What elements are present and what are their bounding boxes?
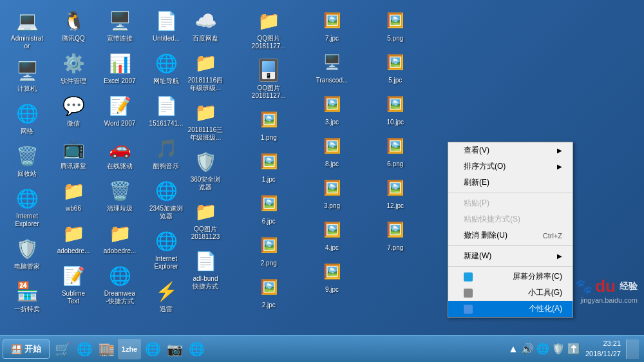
ctx-new-arrow: ▶ <box>557 252 562 260</box>
ctx-gadgets-icon <box>464 289 473 298</box>
clock-date: 2018/11/27 <box>585 349 621 359</box>
clock-time: 23:21 <box>585 339 621 348</box>
icon-sublime[interactable]: 📝 SublimeText <box>52 260 95 308</box>
ctx-gadgets[interactable]: 小工具(G) <box>448 285 573 301</box>
icon-browser2345[interactable]: 🌐 2345加速浏览器 <box>144 175 188 223</box>
icon-xunlei[interactable]: ⚡ 迅雷 <box>144 276 188 316</box>
icon-3jpc[interactable]: 🖼️ 3.jpc <box>310 89 354 129</box>
icon-6jpc[interactable]: 🖼️ 6.jpc <box>247 188 290 228</box>
ctx-sort[interactable]: 排序方式(O) ▶ <box>448 158 573 175</box>
icon-2jpc[interactable]: 🖼️ 2.jpc <box>247 272 290 312</box>
icon-9jpc[interactable]: 🖼️ 9.jpc <box>310 256 354 296</box>
taskbar-jd[interactable]: 🏬 <box>96 339 117 359</box>
baidu-jingyan-label: 经验 <box>620 281 638 292</box>
icon-dianjinguan[interactable]: 🛡️ 电脑管家 <box>5 233 49 273</box>
icon-yizhete[interactable]: 🏪 一折特卖 <box>5 276 49 316</box>
taskbar-globe[interactable]: 🌐 <box>186 339 207 359</box>
icon-6png[interactable]: 🖼️ 6.png <box>374 131 417 171</box>
icon-kuwo[interactable]: 🎵 酷狗音乐 <box>144 133 188 173</box>
taskbar-360[interactable]: 🌐 <box>142 339 163 359</box>
taskbar-camera[interactable]: 📷 <box>164 339 185 359</box>
icon-2png[interactable]: 🖼️ 2.png <box>247 230 290 270</box>
icon-recycle[interactable]: 🗑️ 回收站 <box>5 140 49 180</box>
ctx-view[interactable]: 查看(V) ▶ <box>448 142 573 158</box>
ctx-paste[interactable]: 粘贴(P) <box>448 195 573 211</box>
baidu-paw: 🐾 <box>575 278 592 295</box>
ctx-sort-arrow: ▶ <box>557 163 562 170</box>
ctx-paste-shortcut[interactable]: 粘贴快捷方式(S) <box>448 211 573 227</box>
icon-4jpc[interactable]: 🖼️ 4.jpc <box>310 214 354 254</box>
taskbar-taobao[interactable]: 🛒 <box>52 339 73 359</box>
ctx-personalize-icon <box>464 305 473 314</box>
icon-qqphotos-123[interactable]: 📁 QQ图片20181123 <box>184 196 227 243</box>
ctx-refresh[interactable]: 刷新(E) <box>448 175 573 191</box>
icon-qqclass[interactable]: 📺 腾讯课堂 <box>52 133 95 173</box>
icon-img-1jpg[interactable]: 🖼️ 1.png <box>247 104 290 144</box>
icon-folder3grade[interactable]: 📁 20181116三年级班级... <box>184 97 227 144</box>
ctx-sep2 <box>448 245 573 246</box>
icon-softmgr[interactable]: ⚙️ 软件管理 <box>52 48 95 88</box>
tray-speaker[interactable]: 🔊 <box>521 343 534 355</box>
icon-ie3[interactable]: 🌐 InternetExplorer <box>144 225 188 273</box>
icon-word2007[interactable]: 📝 Word 2007 <box>98 90 142 130</box>
start-label: 开始 <box>24 343 41 355</box>
ctx-undo-delete[interactable]: 撤消 删除(U) Ctrl+Z <box>448 227 573 243</box>
tray-network[interactable]: 🌐 <box>536 343 549 355</box>
icon-12jpc[interactable]: 🖼️ 12.jpc <box>374 173 417 213</box>
icon-folder4grade[interactable]: 📁 20181116四年级班级... <box>184 47 227 95</box>
icon-7jpc[interactable]: 🖼️ 7.jpc <box>310 5 354 45</box>
icon-untitled[interactable]: 📄 Untitled... <box>144 5 188 45</box>
ctx-new[interactable]: 新建(W) ▶ <box>448 248 573 264</box>
desktop-icons-left: 💻 Administrator 🖥️ 计算机 🌐 网络 🗑️ 回收站 🌐 Int… <box>5 5 185 334</box>
icon-3png[interactable]: 🖼️ 3.png <box>310 173 354 213</box>
icon-adobedre1[interactable]: 📁 adobedre... <box>52 218 95 258</box>
icon-wechat[interactable]: 💬 微信 <box>52 90 95 130</box>
icon-qq[interactable]: 🐧 腾讯QQ <box>52 5 95 45</box>
tray-arrow[interactable]: ▲ <box>508 343 518 355</box>
system-tray: ▲ 🔊 🌐 🛡️ ⬆️ <box>508 343 580 355</box>
ctx-sep3 <box>448 266 573 267</box>
icon-shortcut-adl[interactable]: 📄 adl-bund快捷方式 <box>184 245 227 293</box>
icon-qqphotos3[interactable]: 📁 QQ图片20181127... <box>247 5 290 53</box>
icon-online-drive[interactable]: 🚗 在线驱动 <box>98 133 142 173</box>
taskbar-1zhe[interactable]: 1zhe <box>118 339 141 359</box>
icon-ie[interactable]: 🌐 InternetExplorer <box>5 183 49 231</box>
taskbar: 🪟 开始 🛒 🌐 🏬 1zhe 🌐 📷 🌐 ▲ 🔊 🌐 🛡️ ⬆️ 23:21 … <box>0 335 644 362</box>
taskbar-quick-launch: 🛒 🌐 🏬 1zhe 🌐 📷 🌐 <box>52 339 207 359</box>
icon-5jpc[interactable]: 🖼️ 5.jpc <box>374 47 417 87</box>
icon-dreamweaver[interactable]: 🌐 Dreamwea-快捷方式 <box>98 260 142 308</box>
icon-ienav[interactable]: 🌐 网址导航 <box>144 48 188 88</box>
taskbar-ie[interactable]: 🌐 <box>74 339 95 359</box>
desktop: 💻 Administrator 🖥️ 计算机 🌐 网络 🗑️ 回收站 🌐 Int… <box>0 0 644 335</box>
icon-security360[interactable]: 🛡️ 360安全浏览器 <box>184 146 227 194</box>
icon-10jpc[interactable]: 🖼️ 10.jpc <box>374 89 417 129</box>
ctx-sep1 <box>448 193 573 193</box>
tray-update[interactable]: ⬆️ <box>567 343 580 355</box>
ctx-screen-icon <box>464 272 473 281</box>
icon-computer[interactable]: 🖥️ 计算机 <box>5 55 49 95</box>
clock: 23:21 2018/11/27 <box>585 339 621 359</box>
show-desktop-button[interactable] <box>626 339 639 359</box>
icon-transcode[interactable]: 🖥️ Transcod... <box>310 47 354 87</box>
icon-wb66[interactable]: 📁 wb66 <box>52 175 95 215</box>
start-button[interactable]: 🪟 开始 <box>3 339 50 359</box>
icon-broadband[interactable]: 🖥️ 宽带连接 <box>98 5 142 45</box>
icon-7png[interactable]: 🖼️ 7.png <box>374 214 417 254</box>
icon-8jpc[interactable]: 🖼️ 8.jpc <box>310 131 354 171</box>
ctx-personalize[interactable]: 个性化(A) <box>448 301 573 317</box>
icon-num15[interactable]: 📄 15161741... <box>144 90 188 130</box>
icon-trash2[interactable]: 🗑️ 清理垃圾 <box>98 175 142 215</box>
ctx-screen-resolution[interactable]: 屏幕分辨率(C) <box>448 269 573 285</box>
icon-1jpc[interactable]: 🖼️ 1.jpc <box>247 146 290 186</box>
icon-excel2007[interactable]: 📊 Excel 2007 <box>98 48 142 88</box>
icon-administrator[interactable]: 💻 Administrator <box>5 5 49 53</box>
tray-shield[interactable]: 🛡️ <box>552 343 565 355</box>
icon-qqphotos-top[interactable]: 📱 QQ图片20181127... <box>247 55 290 102</box>
ctx-view-arrow: ▶ <box>557 147 562 154</box>
context-menu: 查看(V) ▶ 排序方式(O) ▶ 刷新(E) 粘贴(P) 粘贴快捷方式(S) … <box>448 142 573 318</box>
icon-5png[interactable]: 🖼️ 5.png <box>374 5 417 45</box>
icon-network[interactable]: 🌐 网络 <box>5 98 49 138</box>
icon-baidupan[interactable]: ☁️ 百度网盘 <box>184 5 227 45</box>
file-icons-area: ☁️ 百度网盘 📁 20181116四年级班级... 📁 20181116三年级… <box>184 5 435 330</box>
icon-adobedre2[interactable]: 📁 adobedre... <box>98 218 142 258</box>
